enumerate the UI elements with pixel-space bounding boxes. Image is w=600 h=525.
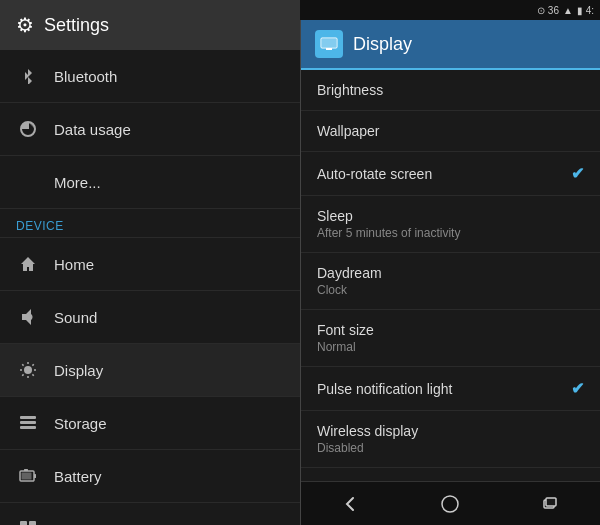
auto-rotate-check: ✔ — [571, 164, 584, 183]
svg-point-1 — [24, 366, 32, 374]
display-item-sleep[interactable]: Sleep After 5 minutes of inactivity — [301, 196, 600, 253]
display-title: Display — [353, 34, 412, 55]
display-item-auto-rotate[interactable]: Auto-rotate screen ✔ — [301, 152, 600, 196]
svg-rect-6 — [34, 474, 36, 478]
sidebar-item-display[interactable]: Display — [0, 344, 300, 397]
apps-icon — [16, 517, 40, 525]
sidebar-item-label: Display — [54, 362, 103, 379]
svg-rect-3 — [20, 421, 36, 424]
display-item-wireless-display[interactable]: Wireless display Disabled — [301, 411, 600, 468]
back-button[interactable] — [321, 486, 381, 522]
display-item-brightness[interactable]: Brightness — [301, 70, 600, 111]
sidebar-item-data-usage[interactable]: Data usage — [0, 103, 300, 156]
daydream-subtitle: Clock — [317, 283, 584, 297]
sidebar-item-label: Sound — [54, 309, 97, 326]
svg-rect-4 — [20, 426, 36, 429]
home-button[interactable] — [420, 486, 480, 522]
pulse-notification-check: ✔ — [571, 379, 584, 398]
sleep-title: Sleep — [317, 208, 584, 224]
battery-icon — [16, 464, 40, 488]
nav-bar — [301, 481, 600, 525]
sidebar-item-home[interactable]: Home — [0, 238, 300, 291]
svg-rect-2 — [20, 416, 36, 419]
more-icon — [16, 170, 40, 194]
font-size-title: Font size — [317, 322, 584, 338]
svg-rect-7 — [22, 473, 32, 480]
brightness-title: Brightness — [317, 82, 584, 98]
status-battery: ▮ 4: — [577, 5, 594, 16]
settings-title: Settings — [44, 15, 109, 36]
settings-icon: ⚙ — [16, 13, 34, 37]
sidebar-item-label: Storage — [54, 415, 107, 432]
sidebar-item-bluetooth[interactable]: Bluetooth — [0, 50, 300, 103]
storage-icon — [16, 411, 40, 435]
bluetooth-icon — [16, 64, 40, 88]
sidebar-item-storage[interactable]: Storage — [0, 397, 300, 450]
right-panel: ⊙ 36 ▲ ▮ 4: Display Brightness Wallpaper — [300, 0, 600, 525]
sound-icon — [16, 305, 40, 329]
display-content: Brightness Wallpaper Auto-rotate screen … — [301, 70, 600, 481]
sidebar-item-apps[interactable]: Apps — [0, 503, 300, 525]
status-wifi: ▲ — [563, 5, 573, 16]
sidebar-item-sound[interactable]: Sound — [0, 291, 300, 344]
status-bar: ⊙ 36 ▲ ▮ 4: — [300, 0, 600, 20]
left-menu: Bluetooth Data usage More... DEVICE — [0, 50, 300, 525]
settings-header: ⚙ Settings — [0, 0, 300, 50]
wallpaper-title: Wallpaper — [317, 123, 584, 139]
svg-rect-14 — [322, 39, 336, 47]
pulse-notification-title: Pulse notification light — [317, 381, 571, 397]
display-item-pulse-notification[interactable]: Pulse notification light ✔ — [301, 367, 600, 411]
sidebar-item-label: Home — [54, 256, 94, 273]
display-item-wallpaper[interactable]: Wallpaper — [301, 111, 600, 152]
svg-point-16 — [442, 496, 458, 512]
sidebar-item-battery[interactable]: Battery — [0, 450, 300, 503]
svg-rect-15 — [326, 48, 332, 50]
display-item-font-size[interactable]: Font size Normal — [301, 310, 600, 367]
wireless-display-title: Wireless display — [317, 423, 584, 439]
sleep-subtitle: After 5 minutes of inactivity — [317, 226, 584, 240]
sidebar-item-label: Apps — [54, 521, 88, 526]
home-icon — [16, 252, 40, 276]
left-panel: ⚙ Settings Bluetooth Data usage — [0, 0, 300, 525]
sidebar-item-label: More... — [54, 174, 101, 191]
wireless-display-subtitle: Disabled — [317, 441, 584, 455]
daydream-title: Daydream — [317, 265, 584, 281]
data-usage-icon — [16, 117, 40, 141]
svg-rect-10 — [29, 521, 36, 525]
recents-button[interactable] — [520, 486, 580, 522]
status-signal: ⊙ 36 — [537, 5, 559, 16]
font-size-subtitle: Normal — [317, 340, 584, 354]
svg-rect-9 — [20, 521, 27, 525]
section-device: DEVICE — [0, 209, 300, 238]
sidebar-item-label: Battery — [54, 468, 102, 485]
display-header: Display — [301, 20, 600, 70]
sidebar-item-label: Bluetooth — [54, 68, 117, 85]
sidebar-item-more[interactable]: More... — [0, 156, 300, 209]
svg-rect-18 — [546, 498, 556, 506]
sidebar-item-label: Data usage — [54, 121, 131, 138]
display-icon — [16, 358, 40, 382]
svg-rect-8 — [24, 469, 28, 471]
display-header-icon — [315, 30, 343, 58]
display-item-daydream[interactable]: Daydream Clock — [301, 253, 600, 310]
auto-rotate-title: Auto-rotate screen — [317, 166, 571, 182]
